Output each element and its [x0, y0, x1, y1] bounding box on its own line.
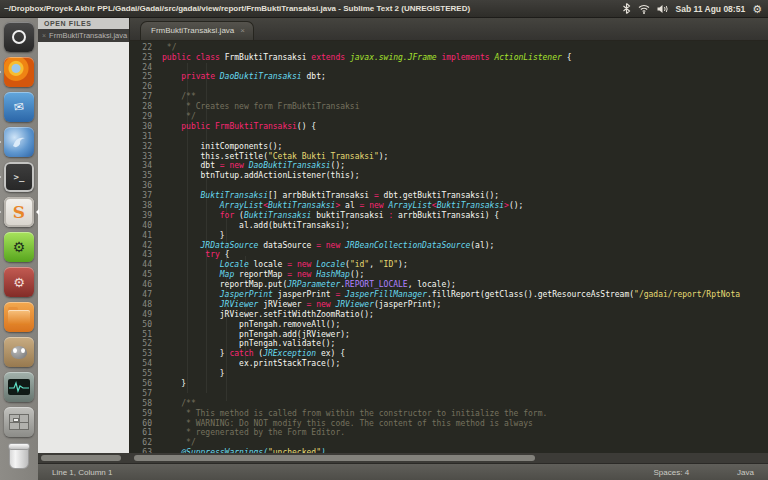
- close-file-icon[interactable]: ×: [42, 32, 46, 39]
- code-text: /**: [162, 399, 768, 409]
- code-text: JRViewer jRViewer = new JRViewer(jasperP…: [162, 300, 768, 310]
- code-line: 32 initComponents();: [130, 142, 768, 152]
- line-number: 42: [130, 241, 162, 251]
- clock[interactable]: Sab 11 Agu 08:51: [676, 4, 746, 14]
- code-line: 39 for (BuktiTransaksi buktiTransaksi : …: [130, 211, 768, 221]
- line-number: 40: [130, 221, 162, 231]
- sidebar-hscroll-thumb[interactable]: [41, 455, 121, 461]
- code-text: public class FrmBuktiTransaksi extends j…: [162, 53, 768, 63]
- code-line: 54 ex.printStackTrace();: [130, 359, 768, 369]
- line-number: 37: [130, 191, 162, 201]
- system-tray: Sab 11 Agu 08:51 ⚙: [622, 3, 762, 14]
- code-text: */: [162, 112, 768, 122]
- line-number: 57: [130, 389, 162, 399]
- syntax-mode[interactable]: Java: [737, 468, 754, 477]
- line-number: 29: [130, 112, 162, 122]
- code-line: 48 JRViewer jRViewer = new JRViewer(jasp…: [130, 300, 768, 310]
- tab-frmbuktitransaksi[interactable]: FrmBuktiTransaksi.java ×: [140, 21, 254, 40]
- line-number: 55: [130, 369, 162, 379]
- line-number: 52: [130, 339, 162, 349]
- sublime-window: OPEN FILES × FrmBuktiTransaksi.java FrmB…: [38, 18, 768, 480]
- code-line: 60 * WARNING: Do NOT modify this code. T…: [130, 419, 768, 429]
- code-line: 41 }: [130, 231, 768, 241]
- code-line: 27 /**: [130, 92, 768, 102]
- line-number: 22: [130, 43, 162, 53]
- code-text: }: [162, 231, 768, 241]
- sidebar-hscrollbar[interactable]: [38, 453, 131, 463]
- system-tools-icon[interactable]: ⚙: [4, 267, 34, 297]
- code-line: 56 }: [130, 379, 768, 389]
- code-text: al.add(buktiTransaksi);: [162, 221, 768, 231]
- green-gear-app-icon[interactable]: ⚙: [4, 232, 34, 262]
- code-line: 42 JRDataSource dataSource = new JRBeanC…: [130, 241, 768, 251]
- open-file-item[interactable]: × FrmBuktiTransaksi.java: [38, 29, 129, 42]
- code-text: private DaoBuktiTransaksi dbt;: [162, 72, 768, 82]
- code-text: dbt = new DaoBuktiTransaksi();: [162, 161, 768, 171]
- code-editor[interactable]: 22 */23public class FrmBuktiTransaksi ex…: [130, 41, 768, 453]
- session-gear-icon[interactable]: ⚙: [752, 4, 762, 14]
- code-text: * Creates new form FrmBuktiTransaksi: [162, 102, 768, 112]
- code-line: 47 JasperPrint jasperPrint = JasperFillM…: [130, 290, 768, 300]
- terminal-icon[interactable]: >_: [4, 162, 34, 192]
- open-files-header: OPEN FILES: [38, 18, 129, 29]
- code-text: pnTengah.validate();: [162, 339, 768, 349]
- sidebar: OPEN FILES × FrmBuktiTransaksi.java: [38, 18, 130, 453]
- code-text: initComponents();: [162, 142, 768, 152]
- system-monitor-icon[interactable]: [4, 372, 34, 402]
- open-file-label: FrmBuktiTransaksi.java: [49, 31, 127, 40]
- indent-setting[interactable]: Spaces: 4: [654, 468, 690, 477]
- line-number: 23: [130, 53, 162, 63]
- file-manager-icon[interactable]: [4, 302, 34, 332]
- code-text: public FrmBuktiTransaksi() {: [162, 122, 768, 132]
- code-line: 35 btnTutup.addActionListener(this);: [130, 171, 768, 181]
- line-number: 27: [130, 92, 162, 102]
- workspace-switcher-icon[interactable]: [4, 407, 34, 437]
- editor-hscrollbar[interactable]: [131, 453, 768, 463]
- trash-icon[interactable]: [4, 442, 34, 472]
- line-number: 61: [130, 428, 162, 438]
- firefox-icon[interactable]: [4, 57, 34, 87]
- line-number: 62: [130, 438, 162, 448]
- code-text: JasperPrint jasperPrint = JasperFillMana…: [162, 290, 768, 300]
- tab-bar: FrmBuktiTransaksi.java ×: [130, 18, 768, 41]
- line-number: 38: [130, 201, 162, 211]
- shotwell-icon[interactable]: [4, 127, 34, 157]
- line-number: 43: [130, 250, 162, 260]
- code-line: 43 try {: [130, 250, 768, 260]
- line-number: 30: [130, 122, 162, 132]
- line-number: 50: [130, 320, 162, 330]
- code-text: */: [162, 43, 768, 53]
- code-text: [162, 181, 768, 191]
- window-title: ~/Dropbox/Proyek Akhir PPL/Gadai/Gadai/s…: [4, 4, 622, 13]
- code-text: }: [162, 369, 768, 379]
- code-line: 36: [130, 181, 768, 191]
- editor-hscroll-thumb[interactable]: [134, 455, 535, 461]
- sublime-text-icon[interactable]: S: [4, 197, 34, 227]
- code-text: } catch (JRException ex) {: [162, 349, 768, 359]
- code-text: for (BuktiTransaksi buktiTransaksi : arr…: [162, 211, 768, 221]
- code-line: 22 */: [130, 43, 768, 53]
- line-number: 34: [130, 161, 162, 171]
- code-line: 46 reportMap.put(JRParameter.REPORT_LOCA…: [130, 280, 768, 290]
- code-line: 24: [130, 63, 768, 73]
- wifi-icon[interactable]: [638, 4, 650, 14]
- code-text: * regenerated by the Form Editor.: [162, 428, 768, 438]
- gimp-icon[interactable]: [4, 337, 34, 367]
- code-text: this.setTitle("Cetak Bukti Transaksi");: [162, 152, 768, 162]
- line-number: 35: [130, 171, 162, 181]
- code-line: 58 /**: [130, 399, 768, 409]
- code-text: [162, 63, 768, 73]
- code-line: 61 * regenerated by the Form Editor.: [130, 428, 768, 438]
- thunderbird-icon[interactable]: ✉: [4, 92, 34, 122]
- code-line: 45 Map reportMap = new HashMap();: [130, 270, 768, 280]
- line-number: 47: [130, 290, 162, 300]
- tab-close-icon[interactable]: ×: [240, 26, 245, 35]
- line-number: 39: [130, 211, 162, 221]
- code-text: * WARNING: Do NOT modify this code. The …: [162, 419, 768, 429]
- ubuntu-dash-icon[interactable]: [4, 22, 34, 52]
- line-number: 54: [130, 359, 162, 369]
- line-number: 53: [130, 349, 162, 359]
- volume-icon[interactable]: [657, 4, 669, 14]
- cursor-position: Line 1, Column 1: [52, 468, 654, 477]
- bluetooth-icon[interactable]: [622, 3, 631, 14]
